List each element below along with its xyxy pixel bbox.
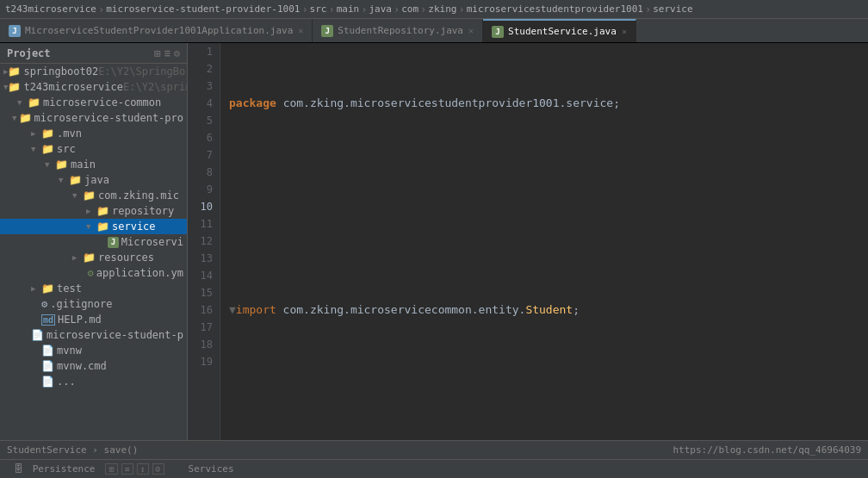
breadcrumb-msp1001[interactable]: microservicestudentprovider1001 [467, 3, 643, 15]
tree-item-src[interactable]: ▼ 📁 src [0, 141, 187, 157]
microservi-file-icon: J [108, 237, 119, 248]
ln-18: 18 [195, 336, 213, 353]
breadcrumb-zking[interactable]: zking [428, 3, 456, 15]
tree-arrow-test: ▶ [31, 284, 41, 293]
breadcrumb-t243[interactable]: t243microservice [5, 3, 96, 15]
com-zking-label: com.zking.mic [98, 189, 179, 202]
code-line-4: ▼import com.zking.microservicecommon.ent… [229, 301, 868, 319]
common-label: microservice-common [43, 96, 161, 109]
application-yml-label: application.ym [96, 267, 183, 279]
tree-item-application-yml[interactable]: ⚙ application.ym [0, 265, 187, 281]
tab-application-label: MicroserviceStudentProvider1001Applicati… [25, 25, 293, 36]
tree-item-gitignore[interactable]: ⚙ .gitignore [0, 296, 187, 312]
bc-sep5: › [394, 3, 400, 16]
tree-item-help-md[interactable]: md HELP.md [0, 312, 187, 327]
t243-path: E:\Y2\sprin [123, 81, 187, 93]
breadcrumb-service[interactable]: service [653, 3, 692, 15]
breadcrumb-com[interactable]: com [401, 3, 418, 15]
common-folder-icon: 📁 [28, 96, 40, 109]
tree-item-microservi[interactable]: J Microservi [0, 234, 187, 250]
project-icon-2[interactable]: ≡ [164, 47, 170, 59]
breadcrumb-provider[interactable]: microservice-student-provider-1001 [106, 3, 300, 15]
ln-7: 7 [195, 146, 213, 164]
tab-service[interactable]: J StudentService.java ✕ [483, 19, 636, 42]
project-icon-1[interactable]: ⊞ [154, 47, 160, 59]
code-content[interactable]: 1 2 3 4 5 6 7 8 9 10 11 12 13 14 15 16 1… [188, 43, 868, 440]
resources-label: resources [98, 251, 154, 264]
more-icon: 📄 [41, 376, 54, 388]
msp-pom-icon: 📄 [31, 329, 44, 341]
bottom-tab-services[interactable]: Services [182, 463, 241, 475]
tab-application[interactable]: J MicroserviceStudentProvider1001Applica… [0, 19, 313, 42]
tree-item-resources[interactable]: ▶ 📁 resources [0, 250, 187, 265]
code-line-2 [229, 164, 868, 181]
ln-19: 19 [195, 353, 213, 370]
code-editor[interactable]: 1 2 3 4 5 6 7 8 9 10 11 12 13 14 15 16 1… [188, 43, 868, 440]
tree-item-repository[interactable]: ▶ 📁 repository [0, 203, 187, 219]
tab-application-close[interactable]: ✕ [298, 26, 303, 35]
tree-item-service[interactable]: ▼ 📁 service [0, 219, 187, 234]
student-pro-folder-icon: 📁 [19, 112, 32, 124]
tree-arrow-mvnw [31, 346, 41, 355]
gitignore-icon: ⚙ [41, 298, 47, 310]
tree-item-more[interactable]: 📄 ... [0, 374, 187, 389]
breadcrumb-main[interactable]: main [337, 3, 360, 15]
tree-item-com-zking[interactable]: ▼ 📁 com.zking.mic [0, 188, 187, 203]
bc-sep8: › [645, 3, 651, 16]
tree-arrow-student-pro: ▼ [12, 114, 19, 122]
tab-bar: J MicroserviceStudentProvider1001Applica… [0, 19, 868, 43]
persistence-label: Persistence [33, 463, 96, 475]
springboot02-label: springboot02 [23, 65, 98, 78]
tree-item-java[interactable]: ▼ 📁 java [0, 172, 187, 188]
tree-arrow-gitignore [31, 300, 41, 308]
service-folder-icon: 📁 [96, 220, 109, 233]
bottom-bar: 🗄 Persistence ⊞ ≡ ↕ ⚙ Services [0, 459, 868, 478]
springboot02-path: E:\Y2\SpringBo [98, 65, 185, 78]
gitignore-label: .gitignore [50, 298, 112, 310]
tree-arrow-mvnw-cmd [31, 362, 41, 370]
tree-item-msp-pom[interactable]: 📄 microservice-student-p [0, 327, 187, 343]
project-header-icons: ⊞ ≡ ⚙ [154, 47, 180, 59]
tree-item-mvnw-cmd[interactable]: 📄 mvnw.cmd [0, 358, 187, 374]
persistence-btn4[interactable]: ⚙ [152, 463, 164, 475]
persistence-btn3[interactable]: ↕ [137, 463, 149, 475]
tree-item-t243[interactable]: ▼ 📁 t243microservice E:\Y2\sprin [0, 79, 187, 95]
persistence-icon: 🗄 [14, 463, 23, 475]
tab-repository-close[interactable]: ✕ [468, 26, 474, 35]
src-label: src [57, 143, 76, 155]
ln-16: 16 [195, 301, 213, 319]
tree-arrow-main: ▼ [45, 160, 55, 169]
status-left: StudentService › save() [7, 444, 138, 456]
project-label: Project [7, 47, 51, 59]
bc-sep6: › [420, 3, 426, 16]
tree-item-main[interactable]: ▼ 📁 main [0, 157, 187, 172]
breadcrumb-src[interactable]: src [310, 3, 327, 15]
tree-arrow-java: ▼ [59, 176, 69, 184]
line-numbers: 1 2 3 4 5 6 7 8 9 10 11 12 13 14 15 16 1… [188, 43, 220, 440]
tree-item-mvnw[interactable]: 📄 mvnw [0, 343, 187, 358]
project-panel: Project ⊞ ≡ ⚙ ▶ 📁 springboot02 E:\Y2\Spr… [0, 43, 188, 440]
tree-item-student-pro[interactable]: ▼ 📁 microservice-student-pro [0, 110, 187, 126]
persistence-btn2[interactable]: ≡ [121, 463, 133, 475]
tree-item-common[interactable]: ▼ 📁 microservice-common [0, 95, 187, 110]
bottom-tab-persistence[interactable]: 🗄 Persistence [7, 463, 102, 475]
tree-arrow-msp-pom [22, 331, 31, 339]
ln-17: 17 [195, 319, 213, 336]
test-folder-icon: 📁 [41, 282, 54, 295]
microservi-label: Microservi [121, 236, 183, 248]
service-label: service [112, 220, 156, 233]
services-label: Services [189, 463, 234, 475]
tab-repository[interactable]: J StudentRepository.java ✕ [313, 19, 483, 42]
ln-15: 15 [195, 284, 213, 301]
ln-8: 8 [195, 164, 213, 181]
status-breadcrumb: StudentService › save() [7, 444, 138, 456]
breadcrumb-java[interactable]: java [369, 3, 392, 15]
tab-service-close[interactable]: ✕ [622, 27, 627, 36]
tree-item-mvn[interactable]: ▶ 📁 .mvn [0, 126, 187, 141]
tab-repository-label: StudentRepository.java [338, 25, 463, 36]
tree-item-springboot02[interactable]: ▶ 📁 springboot02 E:\Y2\SpringBo [0, 64, 187, 79]
persistence-btn1[interactable]: ⊞ [105, 463, 117, 475]
tree-item-test[interactable]: ▶ 📁 test [0, 281, 187, 296]
code-lines[interactable]: package com.zking.microservicestudentpro… [220, 43, 868, 440]
project-icon-3[interactable]: ⚙ [174, 47, 180, 59]
